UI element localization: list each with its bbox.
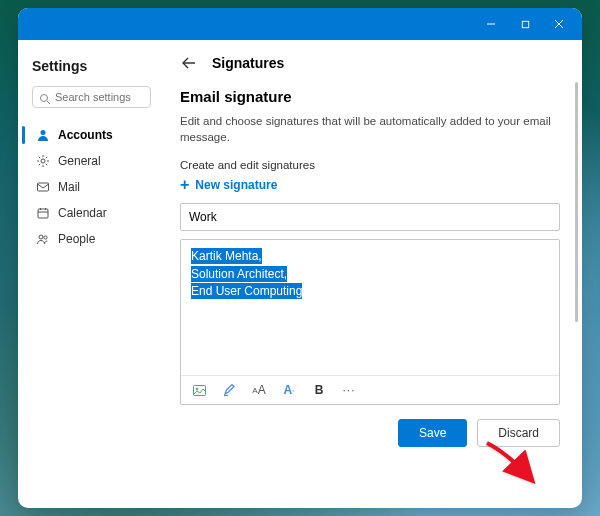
signature-line: Kartik Mehta, xyxy=(191,248,262,264)
search-icon xyxy=(39,91,51,103)
sidebar-title: Settings xyxy=(32,58,151,74)
person-icon xyxy=(36,128,50,142)
svg-point-14 xyxy=(44,236,47,239)
sidebar-item-accounts[interactable]: Accounts xyxy=(32,122,151,148)
sidebar-item-mail[interactable]: Mail xyxy=(32,174,151,200)
sidebar-nav: Accounts General Mail xyxy=(32,122,151,252)
plus-icon: + xyxy=(180,177,189,193)
sidebar-item-general[interactable]: General xyxy=(32,148,151,174)
svg-rect-16 xyxy=(193,385,205,395)
sidebar-item-label: Mail xyxy=(58,180,80,194)
sidebar-item-people[interactable]: People xyxy=(32,226,151,252)
sidebar-item-label: General xyxy=(58,154,101,168)
svg-point-7 xyxy=(41,159,45,163)
signature-name-input[interactable] xyxy=(180,203,560,231)
highlight-icon[interactable] xyxy=(221,382,237,398)
section-description: Edit and choose signatures that will be … xyxy=(180,113,560,145)
sidebar-item-calendar[interactable]: Calendar xyxy=(32,200,151,226)
signature-line: Solution Architect, xyxy=(191,266,287,282)
new-signature-button[interactable]: + New signature xyxy=(180,177,560,193)
breadcrumb: Signatures xyxy=(212,55,284,71)
email-signature-section: Email signature Edit and choose signatur… xyxy=(180,88,560,447)
sidebar-item-label: Accounts xyxy=(58,128,113,142)
signature-line: End User Computing xyxy=(191,283,302,299)
sidebar: Settings Accounts Genera xyxy=(18,40,162,508)
scrollbar[interactable] xyxy=(575,82,578,322)
settings-window: Settings Accounts Genera xyxy=(18,8,582,508)
search-settings-field[interactable] xyxy=(55,91,144,103)
section-subhead: Create and edit signatures xyxy=(180,159,560,171)
new-signature-label: New signature xyxy=(195,178,277,192)
titlebar xyxy=(18,8,582,40)
maximize-button[interactable] xyxy=(508,8,542,40)
calendar-icon xyxy=(36,206,50,220)
svg-rect-9 xyxy=(38,209,48,218)
font-color-icon[interactable]: A◦ xyxy=(281,382,297,398)
svg-point-17 xyxy=(196,388,198,390)
insert-image-icon[interactable] xyxy=(191,382,207,398)
svg-point-13 xyxy=(39,235,43,239)
sidebar-item-label: People xyxy=(58,232,95,246)
minimize-button[interactable] xyxy=(474,8,508,40)
close-button[interactable] xyxy=(542,8,576,40)
gear-icon xyxy=(36,154,50,168)
section-title: Email signature xyxy=(180,88,560,105)
svg-line-5 xyxy=(47,101,50,104)
footer-buttons: Save Discard xyxy=(180,419,560,447)
bold-icon[interactable]: B xyxy=(311,382,327,398)
svg-point-4 xyxy=(41,95,48,102)
mail-icon xyxy=(36,180,50,194)
search-settings-input[interactable] xyxy=(32,86,151,108)
svg-rect-8 xyxy=(38,183,49,191)
back-button[interactable] xyxy=(180,54,198,72)
sidebar-item-label: Calendar xyxy=(58,206,107,220)
editor-toolbar: AA A◦ B ··· xyxy=(181,375,559,404)
main-panel: Signatures Email signature Edit and choo… xyxy=(162,40,582,508)
save-button[interactable]: Save xyxy=(398,419,467,447)
more-icon[interactable]: ··· xyxy=(341,382,357,398)
signature-editor: Kartik Mehta, Solution Architect, End Us… xyxy=(180,239,560,405)
discard-button[interactable]: Discard xyxy=(477,419,560,447)
people-icon xyxy=(36,232,50,246)
main-header: Signatures xyxy=(180,54,560,72)
svg-point-6 xyxy=(41,130,46,135)
svg-rect-1 xyxy=(522,21,528,27)
font-size-icon[interactable]: AA xyxy=(251,382,267,398)
signature-body[interactable]: Kartik Mehta, Solution Architect, End Us… xyxy=(181,240,559,375)
